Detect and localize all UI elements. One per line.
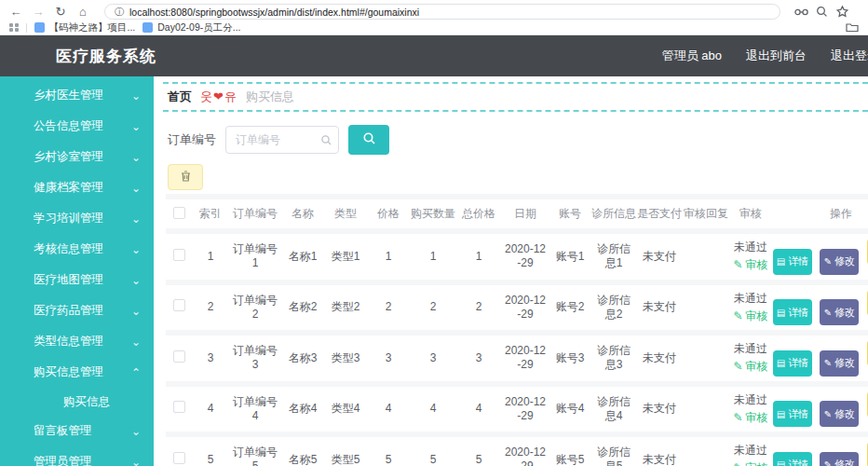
bookmark-item-2[interactable]: Day02-09-员工分... — [142, 21, 240, 34]
cell-actions: ▤ 详情 ✎ 修改 — [771, 336, 868, 381]
document-icon: ▤ — [777, 459, 785, 466]
cell-account: 账号4 — [549, 387, 590, 432]
edit-button[interactable]: ✎ 修改 — [820, 452, 859, 466]
breadcrumb-decoration: 웃❤유 — [200, 89, 237, 105]
review-link[interactable]: ✎ 审核 — [733, 360, 767, 374]
column-header: 日期 — [501, 199, 549, 228]
review-link[interactable]: ✎ 审核 — [733, 258, 767, 272]
sidebar-item-5[interactable]: 学习培训管理 ⌄ — [0, 203, 154, 234]
pencil-icon: ✎ — [824, 256, 832, 267]
exit-to-front-link[interactable]: 退出到前台 — [746, 48, 807, 64]
trash-icon — [181, 171, 191, 185]
edit-button[interactable]: ✎ 修改 — [820, 299, 859, 325]
detail-button-label: 详情 — [788, 306, 808, 320]
document-icon: ▤ — [777, 409, 785, 419]
cell-index: 4 — [192, 387, 229, 432]
cell-actions: ▤ 详情 ✎ 修改 — [771, 387, 868, 432]
cell-order-no: 订单编号3 — [229, 336, 281, 381]
search-button[interactable] — [348, 125, 389, 155]
edit-button-label: 修改 — [834, 407, 855, 421]
cell-payment-status: 未支付 — [637, 336, 682, 381]
zoom-icon[interactable] — [814, 6, 829, 19]
column-header: 名称 — [281, 199, 324, 228]
chevron-icon: ⌄ — [131, 274, 141, 287]
row-checkbox[interactable] — [173, 401, 185, 413]
cell-clinic-info: 诊所信息1 — [590, 234, 637, 280]
app-title: 医疗服务系统 — [56, 46, 156, 67]
row-checkbox[interactable] — [173, 452, 185, 464]
detail-button[interactable]: ▤ 详情 — [773, 452, 812, 466]
sidebar-item-10[interactable]: 购买信息管理 ⌃ — [0, 357, 154, 388]
column-header: 账号 — [549, 199, 590, 228]
review-link[interactable]: ✎ 审核 — [733, 461, 767, 466]
sidebar-item-7[interactable]: 医疗地图管理 ⌄ — [0, 265, 154, 295]
logout-link[interactable]: 退出登录 — [831, 48, 868, 64]
sidebar-item-8[interactable]: 医疗药品管理 ⌄ — [0, 295, 154, 326]
sidebar-item-11[interactable]: 留言板管理 ⌄ — [0, 416, 154, 446]
table-row: 5 订单编号5 名称5 类型5 5 5 5 2020-12-29 账号5 诊所信… — [166, 437, 868, 466]
bookmark-item-1[interactable]: 【码神之路】项目... — [34, 21, 136, 34]
cell-order-no: 订单编号5 — [229, 437, 281, 466]
sidebar-item-3[interactable]: 乡村诊室管理 ⌄ — [0, 142, 154, 172]
edit-button[interactable]: ✎ 修改 — [820, 401, 859, 427]
cell-payment-status: 未支付 — [637, 234, 682, 280]
breadcrumb-home[interactable]: 首页 — [168, 89, 192, 105]
sidebar-subitem[interactable]: 购买信息 — [0, 388, 154, 416]
chevron-icon: ⌄ — [131, 182, 141, 195]
bookmarks-folder-icon[interactable] — [846, 20, 859, 36]
forward-icon[interactable]: → — [30, 6, 47, 18]
cell-order-no: 订单编号4 — [229, 387, 281, 432]
edit-button-label: 修改 — [834, 458, 855, 466]
pencil-icon: ✎ — [733, 360, 742, 374]
back-icon[interactable]: ← — [7, 6, 24, 18]
detail-button[interactable]: ▤ 详情 — [773, 299, 812, 325]
review-link[interactable]: ✎ 审核 — [733, 411, 767, 425]
admin-user-label[interactable]: 管理员 abo — [662, 48, 722, 64]
url-bar[interactable]: ⓘ localhost:8080/springbootwssjx/admin/d… — [104, 4, 780, 20]
batch-delete-button[interactable] — [168, 164, 203, 190]
sidebar-item-1[interactable]: 乡村医生管理 ⌄ — [0, 80, 154, 111]
cell-clinic-info: 诊所信息2 — [590, 285, 637, 331]
cell-review-reply — [682, 387, 730, 432]
edit-button[interactable]: ✎ 修改 — [820, 350, 859, 377]
pencil-icon: ✎ — [733, 258, 742, 272]
cell-select — [166, 336, 192, 381]
cell-actions: ▤ 详情 ✎ 修改 — [771, 285, 868, 331]
table-row: 2 订单编号2 名称2 类型2 2 2 2 2020-12-29 账号2 诊所信… — [166, 285, 868, 331]
detail-button[interactable]: ▤ 详情 — [773, 350, 812, 377]
bookmark-star-icon[interactable] — [834, 6, 849, 19]
edit-button[interactable]: ✎ 修改 — [820, 249, 859, 275]
grid-icon[interactable] — [9, 23, 19, 33]
review-status: 未通过 — [732, 240, 769, 254]
detail-button[interactable]: ▤ 详情 — [773, 401, 812, 427]
select-all-checkbox[interactable] — [173, 207, 185, 219]
search-row: 订单编号 — [163, 125, 868, 155]
cell-price: 4 — [367, 387, 410, 432]
glasses-icon[interactable] — [793, 6, 808, 19]
detail-button[interactable]: ▤ 详情 — [773, 249, 812, 275]
review-link[interactable]: ✎ 审核 — [733, 309, 767, 323]
row-checkbox[interactable] — [173, 299, 185, 311]
column-header: 类型 — [324, 199, 367, 228]
home-icon[interactable]: ⌂ — [75, 6, 91, 18]
browser-nav-row: ← → ↻ ⌂ ⓘ localhost:8080/springbootwssjx… — [0, 0, 868, 21]
row-checkbox[interactable] — [173, 350, 185, 363]
sidebar-item-6[interactable]: 考核信息管理 ⌄ — [0, 234, 154, 265]
sidebar-item-9[interactable]: 类型信息管理 ⌄ — [0, 326, 154, 357]
sidebar-item-label: 留言板管理 — [34, 423, 92, 439]
column-header: 价格 — [367, 199, 410, 228]
sidebar-item-4[interactable]: 健康档案管理 ⌄ — [0, 172, 154, 203]
pencil-icon: ✎ — [824, 358, 832, 368]
refresh-icon[interactable]: ↻ — [52, 6, 69, 18]
sidebar-item-12[interactable]: 管理员管理 ⌄ — [0, 446, 154, 466]
row-checkbox[interactable] — [173, 249, 185, 261]
cell-name: 名称1 — [281, 234, 324, 280]
page-info-icon[interactable]: ⓘ — [115, 6, 124, 19]
cell-total-price: 3 — [456, 336, 501, 381]
review-link-label: 审核 — [746, 258, 768, 272]
cell-name: 名称4 — [281, 387, 324, 432]
cell-actions: ▤ 详情 ✎ 修改 — [771, 234, 868, 280]
sidebar-item-2[interactable]: 公告信息管理 ⌄ — [0, 111, 154, 142]
document-icon: ▤ — [777, 308, 785, 318]
cell-quantity: 4 — [410, 387, 456, 432]
